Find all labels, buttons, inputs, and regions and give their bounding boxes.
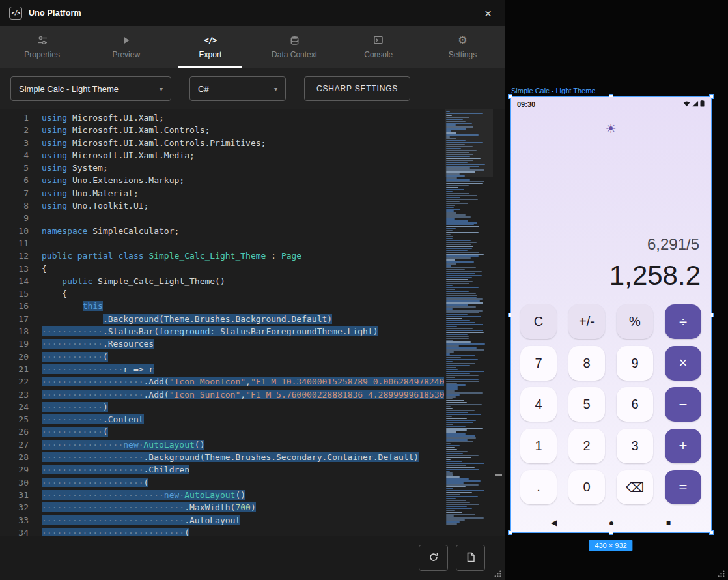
code-line-7[interactable]: 7using Uno.Material; bbox=[0, 187, 445, 199]
minimap[interactable] bbox=[445, 109, 493, 536]
calc-key[interactable]: = bbox=[665, 470, 701, 504]
code-line-33[interactable]: 33····························.AutoLayou… bbox=[0, 514, 445, 527]
tab-data-context[interactable]: Data Context bbox=[253, 26, 337, 68]
code-line-17[interactable]: 17 .Background(Theme.Brushes.Background.… bbox=[0, 313, 445, 325]
tab-label: Settings bbox=[449, 50, 477, 59]
code-line-31[interactable]: 31························new·AutoLayout… bbox=[0, 489, 445, 501]
calc-key[interactable]: ÷ bbox=[665, 304, 701, 339]
calc-key[interactable]: 3 bbox=[617, 429, 653, 463]
code-line-9[interactable]: 9 bbox=[0, 212, 445, 224]
code-line-5[interactable]: 5using System; bbox=[0, 162, 445, 174]
code-text: using Uno.Material; bbox=[42, 187, 139, 199]
line-number: 15 bbox=[0, 287, 29, 300]
sun-icon[interactable]: ☀ bbox=[511, 121, 711, 136]
calc-key[interactable]: 9 bbox=[617, 346, 653, 381]
code-text: ····························( bbox=[42, 527, 189, 536]
code-line-18[interactable]: 18············.StatusBar(foreground: Sta… bbox=[0, 325, 445, 338]
recents-icon[interactable]: ■ bbox=[666, 518, 671, 527]
code-line-25[interactable]: 25············.Content bbox=[0, 413, 445, 426]
refresh-icon bbox=[428, 552, 439, 564]
line-number: 23 bbox=[0, 388, 29, 401]
code-text: ····················.Background(Theme.Br… bbox=[42, 451, 419, 463]
tab-label: Export bbox=[199, 50, 222, 59]
line-number: 32 bbox=[0, 501, 29, 514]
tab-settings[interactable]: ⚙Settings bbox=[421, 26, 505, 68]
database-icon bbox=[290, 35, 300, 46]
code-line-4[interactable]: 4using Microsoft.UI.Xaml.Media; bbox=[0, 149, 445, 162]
calc-key[interactable]: 0 bbox=[568, 470, 605, 504]
code-text: ················r => r bbox=[42, 363, 154, 375]
calc-key[interactable]: 6 bbox=[617, 387, 653, 422]
line-number: 21 bbox=[0, 363, 29, 375]
close-icon[interactable]: × bbox=[481, 6, 496, 21]
home-icon[interactable]: ● bbox=[609, 517, 614, 528]
calc-key[interactable]: 4 bbox=[520, 387, 557, 422]
language-select[interactable]: C# ▾ bbox=[189, 76, 286, 101]
uno-platform-window: </> Uno Platform × PropertiesPreview</>E… bbox=[0, 0, 505, 580]
chevron-down-icon: ▾ bbox=[160, 85, 163, 93]
calc-key[interactable]: 2 bbox=[568, 429, 605, 463]
phone-frame[interactable]: 09:30 ☀ 6,291/5 1,258.2 C+/-%÷789×456−12… bbox=[510, 96, 712, 533]
editor-scrollbar[interactable] bbox=[493, 109, 505, 536]
code-text: ············.StatusBar(foreground: Statu… bbox=[42, 325, 378, 338]
tab-export[interactable]: </>Export bbox=[168, 26, 252, 68]
code-line-2[interactable]: 2using Microsoft.UI.Xaml.Controls; bbox=[0, 124, 445, 136]
artboard-label[interactable]: Simple Calc - Light Theme bbox=[511, 87, 595, 94]
calc-key[interactable]: × bbox=[665, 346, 701, 381]
tab-preview[interactable]: Preview bbox=[84, 26, 168, 68]
code-line-30[interactable]: 30····················( bbox=[0, 476, 445, 489]
calc-key[interactable]: − bbox=[665, 387, 701, 422]
code-line-27[interactable]: 27················new·AutoLayout() bbox=[0, 439, 445, 451]
code-line-28[interactable]: 28····················.Background(Theme.… bbox=[0, 451, 445, 463]
code-line-8[interactable]: 8using Uno.Toolkit.UI; bbox=[0, 199, 445, 212]
csharp-settings-button[interactable]: CSHARP SETTINGS bbox=[304, 76, 410, 101]
line-number: 1 bbox=[0, 111, 29, 124]
back-icon[interactable]: ◀ bbox=[551, 518, 557, 527]
code-line-29[interactable]: 29····················.Children bbox=[0, 463, 445, 476]
code-line-10[interactable]: 10namespace SimpleCalculator; bbox=[0, 225, 445, 237]
console-icon bbox=[373, 35, 384, 46]
calc-key[interactable]: 7 bbox=[520, 346, 557, 381]
code-line-1[interactable]: 1using Microsoft.UI.Xaml; bbox=[0, 111, 445, 124]
code-line-21[interactable]: 21················r => r bbox=[0, 363, 445, 375]
calc-key[interactable]: + bbox=[665, 429, 701, 463]
code-line-23[interactable]: 23····················.Add("Icon_SunIcon… bbox=[0, 388, 445, 401]
calc-key[interactable]: 5 bbox=[568, 387, 605, 422]
battery-icon bbox=[700, 100, 705, 108]
code-line-15[interactable]: 15 { bbox=[0, 287, 445, 300]
code-line-22[interactable]: 22····················.Add("Icon_MoonIco… bbox=[0, 375, 445, 388]
phone-screen[interactable]: 09:30 ☀ 6,291/5 1,258.2 C+/-%÷789×456−12… bbox=[511, 97, 711, 532]
code-line-13[interactable]: 13{ bbox=[0, 263, 445, 275]
line-number: 16 bbox=[0, 300, 29, 312]
tab-properties[interactable]: Properties bbox=[0, 26, 84, 68]
code-line-19[interactable]: 19············.Resources bbox=[0, 338, 445, 350]
code-line-3[interactable]: 3using Microsoft.UI.Xaml.Controls.Primit… bbox=[0, 137, 445, 149]
preview-canvas[interactable]: Simple Calc - Light Theme 09:30 ☀ 6,291/… bbox=[505, 0, 728, 580]
code-line-11[interactable]: 11 bbox=[0, 237, 445, 250]
resize-grip-left[interactable] bbox=[494, 570, 501, 577]
code-line-16[interactable]: 16 this bbox=[0, 300, 445, 312]
code-line-34[interactable]: 34····························( bbox=[0, 527, 445, 536]
code-line-24[interactable]: 24············) bbox=[0, 401, 445, 413]
calc-key[interactable]: % bbox=[617, 304, 653, 339]
code-line-12[interactable]: 12public partial class Simple_Calc_Light… bbox=[0, 250, 445, 262]
code-editor[interactable]: 1using Microsoft.UI.Xaml;2using Microsof… bbox=[0, 109, 505, 536]
calc-key[interactable]: 1 bbox=[520, 429, 557, 463]
calc-key[interactable]: +/- bbox=[568, 304, 605, 339]
code-line-6[interactable]: 6using Uno.Extensions.Markup; bbox=[0, 174, 445, 186]
tab-console[interactable]: Console bbox=[337, 26, 421, 68]
export-file-button[interactable] bbox=[456, 545, 485, 571]
code-line-32[interactable]: 32····························.MaxWidth(… bbox=[0, 501, 445, 514]
code-line-20[interactable]: 20············( bbox=[0, 351, 445, 363]
page-select[interactable]: Simple Calc - Light Theme ▾ bbox=[10, 76, 171, 101]
calc-key[interactable]: 8 bbox=[568, 346, 605, 381]
line-number: 18 bbox=[0, 325, 29, 338]
resize-grip-right[interactable] bbox=[718, 570, 725, 577]
code-line-26[interactable]: 26············( bbox=[0, 426, 445, 438]
calc-key[interactable]: C bbox=[520, 304, 557, 339]
minimap-slider[interactable] bbox=[445, 109, 493, 177]
code-line-14[interactable]: 14 public Simple_Calc_Light_Theme() bbox=[0, 275, 445, 287]
refresh-button[interactable] bbox=[419, 545, 448, 571]
calc-key[interactable]: . bbox=[520, 470, 557, 504]
backspace-key[interactable]: ⌫ bbox=[617, 470, 653, 504]
